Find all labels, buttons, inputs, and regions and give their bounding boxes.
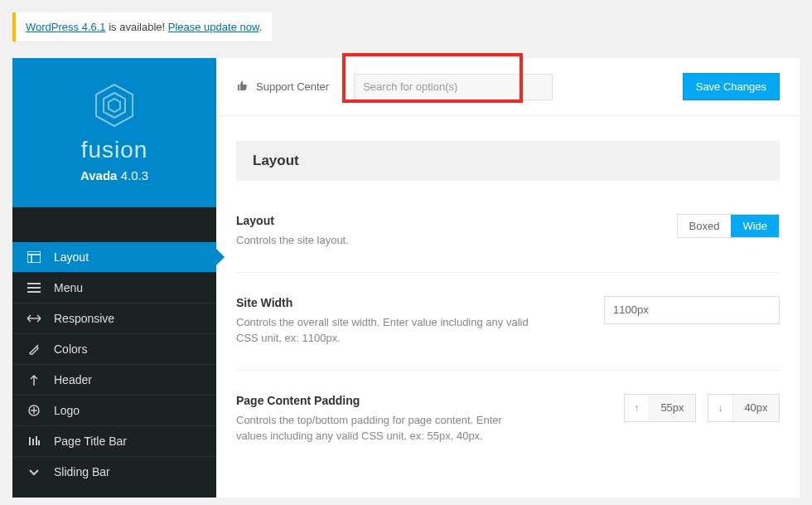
sidebar-item-menu[interactable]: Menu	[12, 272, 216, 303]
sidebar-item-label: Colors	[54, 342, 87, 356]
option-page-content-padding: Page Content Padding Controls the top/bo…	[236, 394, 780, 444]
topbar: Support Center Save Changes	[216, 58, 800, 116]
sidebar-item-label: Header	[54, 373, 92, 386]
menu-icon	[26, 283, 42, 293]
wordpress-version-link[interactable]: WordPress 4.6.1	[26, 21, 106, 33]
layout-toggle: Boxed Wide	[677, 214, 781, 238]
main-panel: Support Center Save Changes Layout Layou…	[216, 58, 800, 498]
option-desc: Controls the overall site width. Enter v…	[236, 314, 534, 347]
options-sidebar: fusion Avada 4.0.3 Layout Menu	[12, 58, 216, 498]
layout-wide-button[interactable]: Wide	[731, 215, 779, 237]
update-now-link[interactable]: Please update now	[168, 21, 259, 33]
sidebar-item-label: Page Title Bar	[54, 435, 127, 448]
brand-sub: Avada 4.0.3	[21, 168, 208, 182]
option-title: Page Content Padding	[236, 394, 534, 407]
product-version: 4.0.3	[121, 168, 148, 182]
save-changes-button[interactable]: Save Changes	[683, 73, 780, 100]
arrow-up-icon: ↑	[625, 395, 650, 421]
option-title: Layout	[236, 214, 349, 227]
padding-bottom-input[interactable]	[733, 395, 779, 421]
logo-icon	[26, 405, 42, 416]
options-content: Layout Layout Controls the site layout. …	[216, 116, 800, 469]
option-title: Site Width	[236, 296, 534, 309]
option-site-width: Site Width Controls the overall site wid…	[236, 296, 780, 371]
option-desc: Controls the top/bottom padding for page…	[236, 412, 534, 444]
sidebar-logo: fusion Avada 4.0.3	[12, 58, 216, 207]
thumbs-up-icon	[236, 80, 248, 94]
sidebar-item-page-title-bar[interactable]: Page Title Bar	[12, 425, 216, 456]
brand-name: fusion	[21, 137, 208, 163]
update-notice: WordPress 4.6.1 is available! Please upd…	[12, 12, 272, 41]
fusion-logo-icon	[94, 83, 135, 132]
section-header: Layout	[236, 141, 780, 181]
padding-bottom-group: ↓	[708, 394, 780, 422]
responsive-icon	[26, 314, 42, 323]
notice-dot: .	[259, 21, 263, 33]
header-icon	[26, 374, 42, 386]
sidebar-item-sliding-bar[interactable]: Sliding Bar	[12, 456, 216, 487]
sidebar-item-label: Menu	[54, 281, 83, 294]
sidebar-menu: Layout Menu Responsive Colors	[12, 242, 216, 487]
page-title-bar-icon	[26, 435, 42, 447]
sidebar-item-layout[interactable]: Layout	[12, 242, 216, 272]
sidebar-item-logo[interactable]: Logo	[12, 395, 216, 425]
option-layout: Layout Controls the site layout. Boxed W…	[236, 214, 780, 273]
sidebar-item-label: Layout	[54, 250, 89, 264]
option-desc: Controls the site layout.	[236, 232, 349, 249]
support-label: Support Center	[256, 80, 329, 93]
product-name: Avada	[80, 168, 117, 182]
sliding-bar-icon	[26, 468, 42, 476]
support-center-link[interactable]: Support Center	[236, 80, 329, 94]
svg-rect-2	[27, 251, 41, 263]
search-wrap	[354, 74, 553, 100]
sidebar-item-label: Sliding Bar	[54, 465, 110, 478]
search-input[interactable]	[354, 74, 553, 100]
colors-icon	[26, 343, 42, 355]
sidebar-spacer	[12, 207, 216, 242]
sidebar-item-label: Logo	[54, 404, 80, 417]
notice-mid: is available!	[106, 21, 168, 33]
padding-top-input[interactable]	[650, 395, 695, 421]
sidebar-item-label: Responsive	[54, 312, 114, 325]
layout-boxed-button[interactable]: Boxed	[678, 215, 732, 237]
arrow-down-icon: ↓	[708, 395, 733, 421]
svg-marker-0	[96, 85, 133, 126]
svg-marker-1	[104, 93, 125, 118]
sidebar-item-colors[interactable]: Colors	[12, 333, 216, 364]
sidebar-item-responsive[interactable]: Responsive	[12, 303, 216, 333]
layout-icon	[26, 251, 42, 263]
sidebar-item-header[interactable]: Header	[12, 364, 216, 395]
site-width-input[interactable]	[604, 296, 780, 324]
padding-top-group: ↑	[624, 394, 696, 422]
